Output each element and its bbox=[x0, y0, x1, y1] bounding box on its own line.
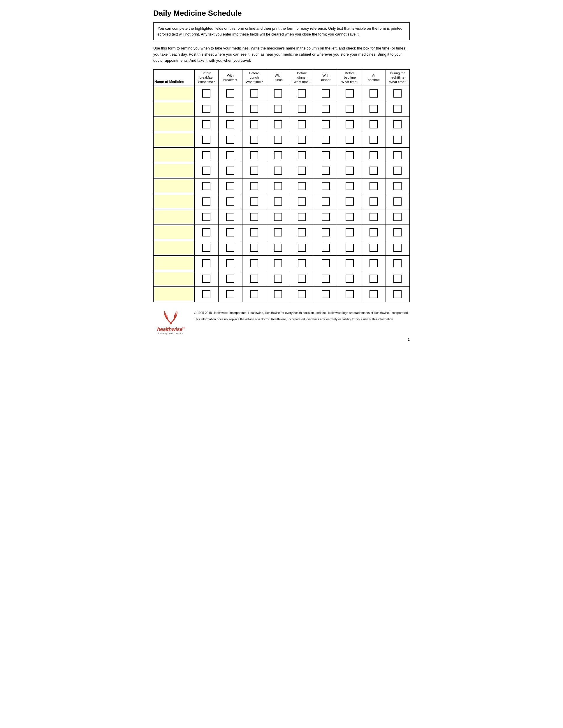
medicine-name-input[interactable] bbox=[154, 226, 193, 239]
checkbox-during_nighttime-row12[interactable] bbox=[394, 275, 402, 283]
checkbox-at_bedtime-row8[interactable] bbox=[370, 213, 378, 221]
checkbox-before_lunch-row6[interactable] bbox=[250, 182, 258, 190]
checkbox-at_bedtime-row1[interactable] bbox=[370, 105, 378, 113]
checkbox-before_bedtime-row13[interactable] bbox=[346, 290, 354, 298]
checkbox-with_dinner-row1[interactable] bbox=[322, 105, 330, 113]
checkbox-before_bedtime-row9[interactable] bbox=[346, 228, 354, 236]
checkbox-with_lunch-row8[interactable] bbox=[274, 213, 282, 221]
checkbox-with_lunch-row13[interactable] bbox=[274, 290, 282, 298]
checkbox-during_nighttime-row3[interactable] bbox=[394, 136, 402, 144]
checkbox-with_lunch-row3[interactable] bbox=[274, 136, 282, 144]
medicine-name-input[interactable] bbox=[154, 164, 193, 177]
checkbox-with_breakfast-row1[interactable] bbox=[226, 105, 234, 113]
checkbox-before_breakfast-row7[interactable] bbox=[202, 197, 210, 206]
checkbox-before_breakfast-row13[interactable] bbox=[202, 290, 210, 298]
checkbox-with_breakfast-row12[interactable] bbox=[226, 275, 234, 283]
medicine-name-input[interactable] bbox=[154, 241, 193, 254]
checkbox-with_breakfast-row13[interactable] bbox=[226, 290, 234, 298]
checkbox-during_nighttime-row6[interactable] bbox=[394, 182, 402, 190]
checkbox-with_breakfast-row0[interactable] bbox=[226, 89, 234, 98]
checkbox-during_nighttime-row10[interactable] bbox=[394, 244, 402, 252]
checkbox-before_breakfast-row2[interactable] bbox=[202, 120, 210, 128]
checkbox-with_breakfast-row6[interactable] bbox=[226, 182, 234, 190]
checkbox-before_bedtime-row8[interactable] bbox=[346, 213, 354, 221]
checkbox-with_lunch-row6[interactable] bbox=[274, 182, 282, 190]
checkbox-before_dinner-row11[interactable] bbox=[298, 259, 306, 267]
checkbox-with_dinner-row12[interactable] bbox=[322, 275, 330, 283]
checkbox-with_dinner-row9[interactable] bbox=[322, 228, 330, 236]
checkbox-before_dinner-row6[interactable] bbox=[298, 182, 306, 190]
checkbox-before_breakfast-row6[interactable] bbox=[202, 182, 210, 190]
checkbox-during_nighttime-row9[interactable] bbox=[394, 228, 402, 236]
checkbox-before_bedtime-row7[interactable] bbox=[346, 197, 354, 206]
checkbox-at_bedtime-row13[interactable] bbox=[370, 290, 378, 298]
checkbox-before_lunch-row2[interactable] bbox=[250, 120, 258, 128]
checkbox-before_breakfast-row1[interactable] bbox=[202, 105, 210, 113]
checkbox-before_dinner-row10[interactable] bbox=[298, 244, 306, 252]
medicine-name-input[interactable] bbox=[154, 211, 193, 223]
checkbox-before_bedtime-row3[interactable] bbox=[346, 136, 354, 144]
checkbox-with_breakfast-row2[interactable] bbox=[226, 120, 234, 128]
checkbox-before_bedtime-row12[interactable] bbox=[346, 275, 354, 283]
medicine-name-input[interactable] bbox=[154, 87, 193, 100]
checkbox-with_breakfast-row10[interactable] bbox=[226, 244, 234, 252]
checkbox-before_lunch-row3[interactable] bbox=[250, 136, 258, 144]
checkbox-before_bedtime-row6[interactable] bbox=[346, 182, 354, 190]
checkbox-with_breakfast-row4[interactable] bbox=[226, 151, 234, 159]
checkbox-before_lunch-row9[interactable] bbox=[250, 228, 258, 236]
checkbox-with_dinner-row4[interactable] bbox=[322, 151, 330, 159]
checkbox-before_lunch-row4[interactable] bbox=[250, 151, 258, 159]
checkbox-before_bedtime-row1[interactable] bbox=[346, 105, 354, 113]
medicine-name-input[interactable] bbox=[154, 288, 193, 301]
checkbox-with_lunch-row7[interactable] bbox=[274, 197, 282, 206]
checkbox-before_breakfast-row4[interactable] bbox=[202, 151, 210, 159]
checkbox-before_bedtime-row10[interactable] bbox=[346, 244, 354, 252]
checkbox-with_lunch-row11[interactable] bbox=[274, 259, 282, 267]
checkbox-before_breakfast-row12[interactable] bbox=[202, 275, 210, 283]
checkbox-with_dinner-row8[interactable] bbox=[322, 213, 330, 221]
checkbox-with_lunch-row0[interactable] bbox=[274, 89, 282, 98]
checkbox-with_dinner-row0[interactable] bbox=[322, 89, 330, 98]
checkbox-before_breakfast-row10[interactable] bbox=[202, 244, 210, 252]
checkbox-during_nighttime-row2[interactable] bbox=[394, 120, 402, 128]
checkbox-with_lunch-row10[interactable] bbox=[274, 244, 282, 252]
checkbox-with_dinner-row5[interactable] bbox=[322, 167, 330, 175]
checkbox-before_lunch-row8[interactable] bbox=[250, 213, 258, 221]
checkbox-at_bedtime-row7[interactable] bbox=[370, 197, 378, 206]
checkbox-with_breakfast-row9[interactable] bbox=[226, 228, 234, 236]
checkbox-at_bedtime-row10[interactable] bbox=[370, 244, 378, 252]
checkbox-before_breakfast-row11[interactable] bbox=[202, 259, 210, 267]
checkbox-before_lunch-row11[interactable] bbox=[250, 259, 258, 267]
checkbox-during_nighttime-row5[interactable] bbox=[394, 167, 402, 175]
checkbox-during_nighttime-row0[interactable] bbox=[394, 89, 402, 98]
checkbox-before_dinner-row9[interactable] bbox=[298, 228, 306, 236]
checkbox-with_breakfast-row11[interactable] bbox=[226, 259, 234, 267]
checkbox-before_dinner-row0[interactable] bbox=[298, 89, 306, 98]
checkbox-with_dinner-row3[interactable] bbox=[322, 136, 330, 144]
checkbox-before_lunch-row10[interactable] bbox=[250, 244, 258, 252]
checkbox-at_bedtime-row5[interactable] bbox=[370, 167, 378, 175]
checkbox-before_lunch-row0[interactable] bbox=[250, 89, 258, 98]
checkbox-at_bedtime-row3[interactable] bbox=[370, 136, 378, 144]
checkbox-before_dinner-row1[interactable] bbox=[298, 105, 306, 113]
checkbox-with_dinner-row6[interactable] bbox=[322, 182, 330, 190]
checkbox-during_nighttime-row1[interactable] bbox=[394, 105, 402, 113]
checkbox-before_dinner-row13[interactable] bbox=[298, 290, 306, 298]
checkbox-before_breakfast-row0[interactable] bbox=[202, 89, 210, 98]
medicine-name-input[interactable] bbox=[154, 103, 193, 115]
checkbox-with_breakfast-row8[interactable] bbox=[226, 213, 234, 221]
checkbox-before_lunch-row1[interactable] bbox=[250, 105, 258, 113]
checkbox-before_bedtime-row11[interactable] bbox=[346, 259, 354, 267]
checkbox-before_dinner-row4[interactable] bbox=[298, 151, 306, 159]
checkbox-with_lunch-row9[interactable] bbox=[274, 228, 282, 236]
checkbox-with_breakfast-row3[interactable] bbox=[226, 136, 234, 144]
medicine-name-input[interactable] bbox=[154, 195, 193, 208]
checkbox-at_bedtime-row2[interactable] bbox=[370, 120, 378, 128]
checkbox-before_dinner-row2[interactable] bbox=[298, 120, 306, 128]
checkbox-with_dinner-row11[interactable] bbox=[322, 259, 330, 267]
checkbox-before_dinner-row8[interactable] bbox=[298, 213, 306, 221]
checkbox-during_nighttime-row8[interactable] bbox=[394, 213, 402, 221]
checkbox-during_nighttime-row7[interactable] bbox=[394, 197, 402, 206]
medicine-name-input[interactable] bbox=[154, 118, 193, 131]
checkbox-at_bedtime-row4[interactable] bbox=[370, 151, 378, 159]
